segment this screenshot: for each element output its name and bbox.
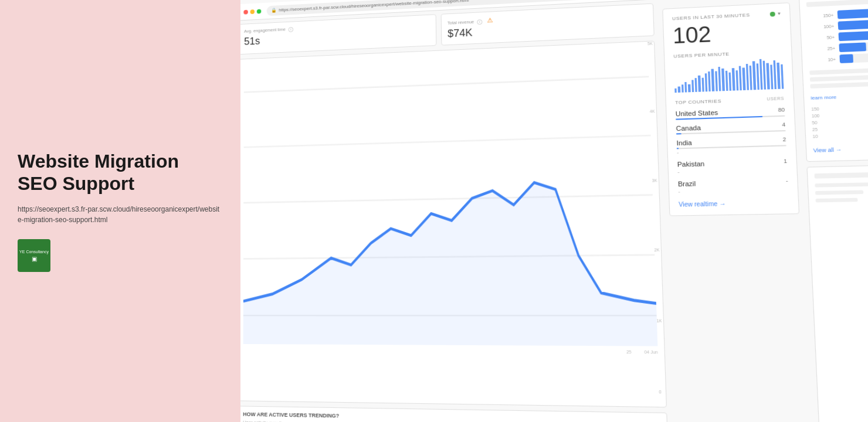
h-bar-container-3 xyxy=(839,29,868,41)
bar-item xyxy=(752,62,756,90)
realtime-dropdown[interactable]: ▾ xyxy=(777,11,780,16)
bar-item xyxy=(691,80,694,92)
bar-item xyxy=(681,84,684,93)
bar-item xyxy=(735,70,738,91)
h-bar-fill-2 xyxy=(838,18,868,30)
view-all-link[interactable]: View all → xyxy=(813,140,868,155)
country-value-in: 2 xyxy=(782,137,786,145)
bar-item xyxy=(698,76,701,92)
bar-item xyxy=(711,69,714,91)
page-url[interactable]: https://seoexpert.s3.fr-par.scw.cloud/hi… xyxy=(18,204,223,225)
svg-line-0 xyxy=(244,77,649,93)
logo-badge: YE Consultancy ▣ xyxy=(18,239,50,272)
bar-item xyxy=(739,66,742,91)
bar-item xyxy=(742,68,745,90)
bar-item xyxy=(694,78,697,92)
top-countries-label: TOP COUNTRIES xyxy=(675,98,721,106)
right-num-1: 150 xyxy=(811,103,868,111)
bar-item xyxy=(725,70,728,91)
country-name-in: India xyxy=(676,139,692,147)
bar-item xyxy=(674,89,677,93)
right-stats-title-blurred xyxy=(806,0,868,7)
country-list: United States 80 Canada 4 xyxy=(676,107,789,195)
page-title: Website Migration SEO Support xyxy=(18,150,223,195)
y-label-0: 0 xyxy=(659,390,664,394)
y-label-4k: 4K xyxy=(649,110,655,114)
main-line-chart: 5K 4K 3K 2K 1K 0 25 04 Jun xyxy=(240,40,667,407)
y-label-3k: 3K xyxy=(652,178,657,182)
logo-text: YE Consultancy xyxy=(19,250,49,254)
horizontal-bars: 150+ 100+ xyxy=(807,6,868,64)
top-countries-header: TOP COUNTRIES USERS xyxy=(675,96,784,106)
bar-item xyxy=(774,60,777,89)
svg-line-1 xyxy=(244,135,651,147)
desc-line-2 xyxy=(810,74,868,82)
second-card-line2 xyxy=(816,198,858,203)
realtime-dot xyxy=(769,11,775,16)
left-panel: Website Migration SEO Support https://se… xyxy=(0,0,240,422)
country-value-ca: 4 xyxy=(782,121,785,130)
right-second-card xyxy=(806,164,868,422)
bar-item xyxy=(745,64,749,90)
right-description: learn more xyxy=(809,66,868,103)
svg-marker-5 xyxy=(243,180,658,346)
bar-item xyxy=(756,63,760,90)
bar-item xyxy=(729,73,732,91)
desc-line-1 xyxy=(809,66,868,74)
second-card-title xyxy=(815,171,868,178)
country-name-pk: Pakistan xyxy=(677,160,705,168)
content-grid: Avg. engagement time i 51s Total revenue… xyxy=(240,0,868,422)
h-bar-container-1 xyxy=(838,6,868,19)
bar-item xyxy=(767,63,770,89)
h-bar-row-1: 150+ xyxy=(807,6,868,21)
dashboard-outer: 🔒 https://seoexpert.s3.fr-par.scw.cloud/… xyxy=(240,0,868,422)
right-num-2: 100 xyxy=(812,110,868,118)
dashboard-wrapper: 🔒 https://seoexpert.s3.fr-par.scw.cloud/… xyxy=(240,0,868,422)
right-stats-card: 150+ 100+ xyxy=(799,0,868,162)
logo-icon: ▣ xyxy=(32,256,37,262)
country-bar-fill-ca xyxy=(676,133,681,134)
metric-revenue: Total revenue i ⚠ $74K xyxy=(441,4,655,46)
bar-item xyxy=(722,69,725,91)
browser-url-text: https://seoexpert.s3.fr-par.scw.cloud/hi… xyxy=(279,0,469,13)
country-us: United States 80 xyxy=(676,107,785,120)
users-header-text: USERS IN LAST 30 MINUTES xyxy=(672,12,750,22)
country-pk: Pakistan 1 - xyxy=(677,158,788,176)
line-chart-svg xyxy=(243,47,658,346)
y-label-1k: 1K xyxy=(656,318,662,322)
center-panel: USERS IN LAST 30 MINUTES ▾ 102 USERS PER… xyxy=(658,0,813,422)
view-realtime-link[interactable]: View realtime → xyxy=(679,199,789,208)
country-br: Brazil - - xyxy=(678,178,789,195)
h-bar-container-5 xyxy=(839,51,868,63)
country-name-ca: Canada xyxy=(676,124,701,132)
bar-item xyxy=(781,64,784,89)
second-card-subtitle xyxy=(815,182,868,188)
country-ca: Canada 4 xyxy=(676,121,785,134)
country-value-pk: 1 xyxy=(784,158,787,167)
h-bar-container-2 xyxy=(838,18,868,30)
country-in: India 2 - xyxy=(676,137,786,156)
bar-item xyxy=(701,77,704,91)
bar-item xyxy=(763,61,767,90)
bar-item xyxy=(777,62,781,89)
bar-item xyxy=(718,67,721,91)
users-realtime-panel: USERS IN LAST 30 MINUTES ▾ 102 USERS PER… xyxy=(662,2,799,216)
metric-engagement: Avg. engagement time i 51s xyxy=(240,14,436,55)
users-col-label: USERS xyxy=(767,96,784,102)
trending-section: HOW ARE ACTIVE USERS TRENDING? User acti… xyxy=(240,406,668,422)
bar-item xyxy=(760,59,763,90)
learn-more-link[interactable]: learn more xyxy=(811,94,836,101)
h-bar-label-5: 10+ xyxy=(809,57,836,62)
bar-item xyxy=(770,64,774,89)
h-bar-label-2: 100+ xyxy=(808,24,835,29)
bar-item xyxy=(715,71,718,91)
h-bar-fill-5 xyxy=(839,54,853,63)
bar-item xyxy=(749,66,752,90)
users-per-min-chart xyxy=(674,58,784,93)
users-count: 102 xyxy=(672,19,782,49)
bar-item xyxy=(705,73,708,91)
right-num-3: 50 xyxy=(812,117,868,125)
bar-item xyxy=(678,87,680,93)
bar-item xyxy=(708,72,711,92)
users-per-min-label: USERS PER MINUTE xyxy=(673,49,782,59)
